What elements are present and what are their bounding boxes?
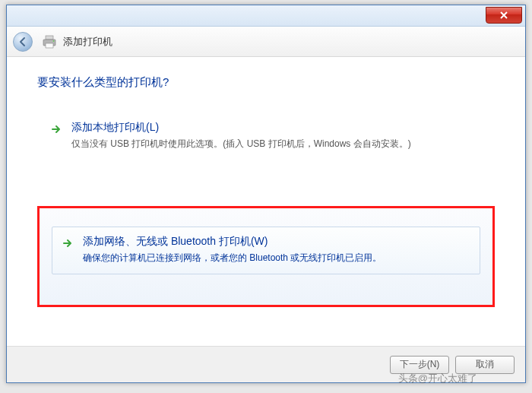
cancel-button[interactable]: 取消: [455, 356, 515, 374]
svg-rect-0: [46, 36, 53, 40]
header-bar: 添加打印机: [7, 27, 525, 57]
arrow-right-icon: [62, 237, 74, 249]
wizard-window: 添加打印机 要安装什么类型的打印机? 添加本地打印机(L) 仅当没有 USB 打…: [6, 5, 526, 383]
next-button[interactable]: 下一步(N): [390, 356, 449, 374]
svg-point-3: [53, 40, 55, 42]
back-button[interactable]: [13, 32, 33, 52]
header-title: 添加打印机: [63, 35, 112, 49]
close-button[interactable]: [486, 7, 522, 24]
wizard-question: 要安装什么类型的打印机?: [37, 75, 495, 90]
close-icon: [499, 11, 508, 20]
option-network-printer[interactable]: 添加网络、无线或 Bluetooth 打印机(W) 确保您的计算机已连接到网络，…: [37, 206, 495, 307]
svg-rect-2: [46, 43, 53, 48]
content-area: 要安装什么类型的打印机? 添加本地打印机(L) 仅当没有 USB 打印机时使用此…: [7, 57, 525, 331]
arrow-right-icon: [50, 123, 62, 135]
option-title: 添加网络、无线或 Bluetooth 打印机(W): [83, 235, 470, 249]
titlebar: [7, 5, 525, 27]
option-description: 确保您的计算机已连接到网络，或者您的 Bluetooth 或无线打印机已启用。: [83, 252, 470, 265]
option-local-printer[interactable]: 添加本地打印机(L) 仅当没有 USB 打印机时使用此选项。(插入 USB 打印…: [37, 111, 495, 162]
option-title: 添加本地打印机(L): [71, 121, 482, 135]
option-description: 仅当没有 USB 打印机时使用此选项。(插入 USB 打印机后，Windows …: [71, 138, 482, 151]
printer-icon: [42, 35, 57, 49]
back-arrow-icon: [17, 36, 28, 47]
footer-bar: 下一步(N) 取消: [7, 346, 525, 382]
